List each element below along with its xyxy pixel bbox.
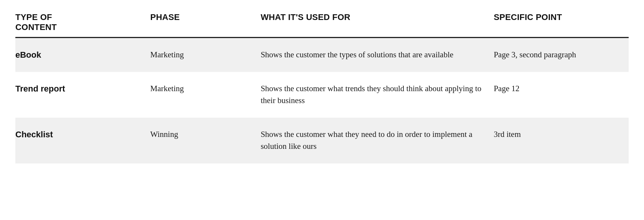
cell-type: Trend report (15, 72, 150, 118)
cell-what: Shows the customer what trends they shou… (261, 72, 494, 118)
cell-point: Page 12 (494, 72, 629, 118)
cell-type: Checklist (15, 118, 150, 163)
cell-what: Shows the customer what they need to do … (261, 118, 494, 163)
cell-phase: Marketing (150, 38, 261, 72)
header-point: SPECIFIC POINT (494, 8, 629, 38)
header-what: WHAT IT'S USED FOR (261, 8, 494, 38)
cell-what: Shows the customer the types of solution… (261, 38, 494, 72)
table-row: Trend reportMarketingShows the customer … (15, 72, 629, 118)
cell-point: 3rd item (494, 118, 629, 163)
content-table: TYPE OF CONTENT PHASE WHAT IT'S USED FOR… (15, 8, 629, 163)
cell-point: Page 3, second paragraph (494, 38, 629, 72)
header-type: TYPE OF CONTENT (15, 8, 150, 38)
header-row: TYPE OF CONTENT PHASE WHAT IT'S USED FOR… (15, 8, 629, 38)
table-row: eBookMarketingShows the customer the typ… (15, 38, 629, 72)
table-row: ChecklistWinningShows the customer what … (15, 118, 629, 163)
cell-type: eBook (15, 38, 150, 72)
header-phase: PHASE (150, 8, 261, 38)
cell-phase: Winning (150, 118, 261, 163)
cell-phase: Marketing (150, 72, 261, 118)
